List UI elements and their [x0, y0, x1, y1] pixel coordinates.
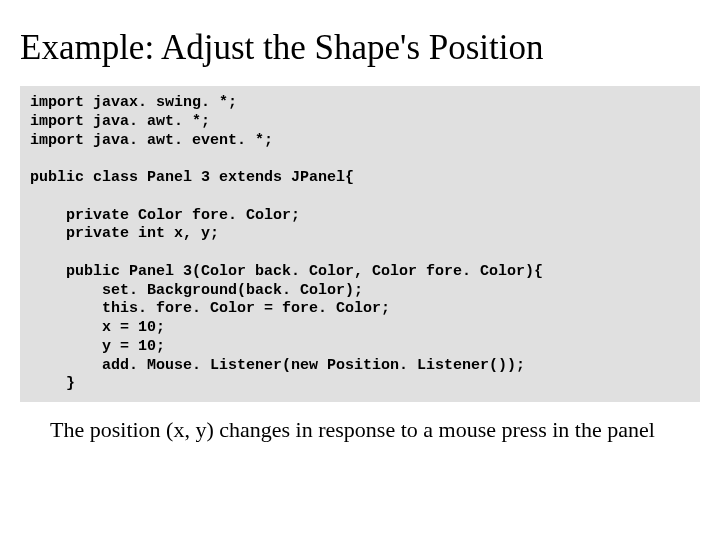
code-line: public Panel 3(Color back. Color, Color … [30, 263, 543, 280]
code-line: set. Background(back. Color); [30, 282, 363, 299]
slide-title: Example: Adjust the Shape's Position [20, 28, 700, 68]
code-line: x = 10; [30, 319, 165, 336]
code-line: import java. awt. event. *; [30, 132, 273, 149]
code-line: private Color fore. Color; [30, 207, 300, 224]
code-line: this. fore. Color = fore. Color; [30, 300, 390, 317]
code-line: import java. awt. *; [30, 113, 210, 130]
code-line: } [30, 375, 75, 392]
code-line: y = 10; [30, 338, 165, 355]
code-block: import javax. swing. *; import java. awt… [20, 86, 700, 402]
code-line: import javax. swing. *; [30, 94, 237, 111]
code-line: private int x, y; [30, 225, 219, 242]
code-line: public class Panel 3 extends JPanel{ [30, 169, 354, 186]
slide-caption: The position (x, y) changes in response … [50, 416, 670, 445]
slide: Example: Adjust the Shape's Position imp… [0, 0, 720, 465]
code-line: add. Mouse. Listener(new Position. Liste… [30, 357, 525, 374]
